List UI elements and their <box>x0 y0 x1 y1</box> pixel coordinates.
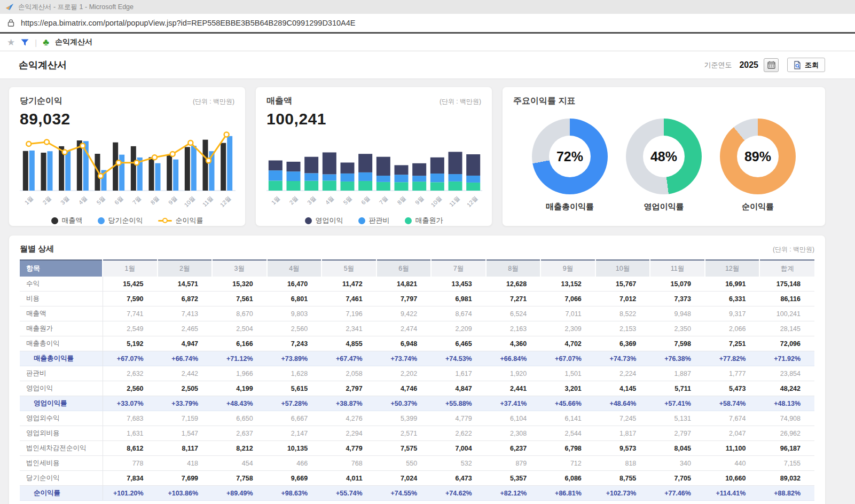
value-cell: 2,632 <box>103 366 158 381</box>
bookmark-item[interactable]: 손익계산서 <box>55 37 92 47</box>
donut-ring: 48% <box>626 119 702 194</box>
stacked-bar-segment <box>449 182 462 191</box>
x-axis-label: 10월 <box>183 195 196 208</box>
x-axis-label: 9월 <box>167 195 178 206</box>
value-cell: 5,615 <box>267 381 322 396</box>
donut-gauges: 72%매출총이익률48%영업이익률89%순이익률 <box>513 119 814 212</box>
value-cell: +66.74% <box>158 351 213 366</box>
value-cell: 7,699 <box>158 471 213 486</box>
lock-icon <box>7 19 15 27</box>
column-header-month: 1월 <box>103 260 158 277</box>
value-cell: 2,560 <box>103 381 158 396</box>
x-axis-label: 5월 <box>342 195 353 206</box>
table-row: 영업외비용1,6311,5472,6372,1472,2942,5712,622… <box>20 426 814 441</box>
net-income-card-title: 당기순이익 <box>20 96 62 107</box>
value-cell: 7,758 <box>212 471 267 486</box>
value-cell: 4,746 <box>376 381 432 396</box>
value-cell: 4,779 <box>321 441 376 456</box>
value-cell: 2,294 <box>321 426 376 441</box>
stacked-bar-segment <box>287 162 301 171</box>
total-cell: 7,155 <box>759 456 814 471</box>
x-axis-label: 2월 <box>41 195 52 206</box>
x-axis-label: 2월 <box>288 195 299 206</box>
stacked-bar-segment <box>323 152 336 174</box>
legend-item-bar[interactable]: 매출원가 <box>405 216 443 225</box>
dashboard-content: 당기순이익 (단위 : 백만원) 89,032 1월2월3월4월5월6월7월8월… <box>0 79 855 504</box>
legend-item-bar[interactable]: 판관비 <box>358 216 390 225</box>
row-label: 순이익률 <box>20 486 103 501</box>
stacked-bar-segment <box>376 176 390 182</box>
bar-sales <box>23 151 28 191</box>
legend-item-bar[interactable]: 영업이익 <box>305 216 343 225</box>
table-row: 매출원가2,5492,4652,5042,5602,3412,4742,2092… <box>20 321 814 336</box>
value-cell: 418 <box>158 456 213 471</box>
combo-chart-svg: 1월2월3월4월5월6월7월8월9월10월11월12월 <box>20 129 236 212</box>
value-cell: +101.20% <box>103 486 158 501</box>
stacked-chart-svg: 1월2월3월4월5월6월7월8월9월10월11월12월 <box>266 129 482 212</box>
search-button[interactable]: 조회 <box>787 58 825 72</box>
value-cell: 2,797 <box>321 381 376 396</box>
window-title: 손익계산서 - 프로필 1 - Microsoft Edge <box>18 3 134 12</box>
row-label: 영업이익률 <box>20 396 103 411</box>
value-cell: 2,637 <box>212 426 267 441</box>
value-cell: 6,086 <box>540 471 595 486</box>
value-cell: 2,442 <box>158 366 213 381</box>
table-title: 월별 상세 <box>20 244 54 254</box>
stacked-bar-segment <box>304 157 318 174</box>
value-cell: 10,135 <box>267 441 322 456</box>
value-cell: 7,674 <box>705 411 760 426</box>
column-header-item: 항목 <box>20 260 103 277</box>
legend-item-rate[interactable]: 순이익률 <box>158 216 203 225</box>
calendar-button[interactable] <box>764 58 779 72</box>
base-year-value[interactable]: 2025 <box>739 60 758 70</box>
x-axis-label: 6월 <box>113 195 124 206</box>
value-cell: 4,199 <box>212 381 267 396</box>
x-axis-label: 4월 <box>77 195 89 206</box>
total-cell: 100,241 <box>759 306 814 321</box>
net-profit-rate-line <box>29 135 226 176</box>
x-axis-label: 10월 <box>429 195 443 208</box>
profit-ratios-card-title: 주요이익률 지표 <box>513 96 575 107</box>
row-label: 수익 <box>20 277 103 292</box>
url-text[interactable]: https://epa.bimatrix.com/portal/popupVie… <box>21 19 355 27</box>
site-logo-icon: ♣ <box>43 37 49 47</box>
value-cell: 7,413 <box>158 306 213 321</box>
x-axis-label: 6월 <box>360 195 371 206</box>
x-axis-label: 1월 <box>23 195 35 206</box>
value-cell: 6,981 <box>431 292 486 306</box>
column-header-month: 8월 <box>486 260 541 277</box>
table-row: 판관비2,6322,4421,9661,6282,0582,2021,6171,… <box>20 366 814 381</box>
bar-sales <box>221 143 226 191</box>
x-axis-label: 8월 <box>396 195 407 206</box>
stacked-bar-segment <box>304 181 318 191</box>
legend-item-bar[interactable]: 당기순이익 <box>98 216 143 225</box>
bookmarks-bar: ★ | ♣ 손익계산서 <box>0 34 855 51</box>
bar-sales <box>149 157 154 191</box>
bar-sales <box>185 147 190 191</box>
value-cell: +77.82% <box>705 351 760 366</box>
browser-titlebar: 손익계산서 - 프로필 1 - Microsoft Edge <box>0 0 855 14</box>
value-cell: 7,598 <box>650 336 705 351</box>
funnel-icon[interactable] <box>21 39 29 46</box>
line-legend-marker <box>158 217 172 224</box>
donut-percent-value: 48% <box>650 149 677 164</box>
url-bar[interactable]: https://epa.bimatrix.com/portal/popupVie… <box>0 14 855 34</box>
value-cell: 8,612 <box>103 441 158 456</box>
stacked-bar-segment <box>449 152 462 174</box>
line-marker <box>98 174 103 178</box>
value-cell: 532 <box>431 456 486 471</box>
value-cell: 7,245 <box>595 411 650 426</box>
column-header-total: 합계 <box>759 260 814 277</box>
value-cell: 4,011 <box>321 471 376 486</box>
net-income-legend: 매출액당기순이익순이익률 <box>20 216 234 225</box>
value-cell: 4,360 <box>486 336 541 351</box>
value-cell: 7,012 <box>595 292 650 306</box>
star-icon[interactable]: ★ <box>7 38 15 47</box>
table-row: 영업이익2,5602,5054,1995,6152,7974,7464,8472… <box>20 381 814 396</box>
legend-item-bar[interactable]: 매출액 <box>51 216 83 225</box>
x-axis-label: 12월 <box>466 195 479 208</box>
value-cell: +33.79% <box>158 396 213 411</box>
row-label: 법인세차감전순이익 <box>20 441 103 456</box>
dot-legend-marker <box>305 217 312 224</box>
stacked-bar-segment <box>412 163 426 176</box>
